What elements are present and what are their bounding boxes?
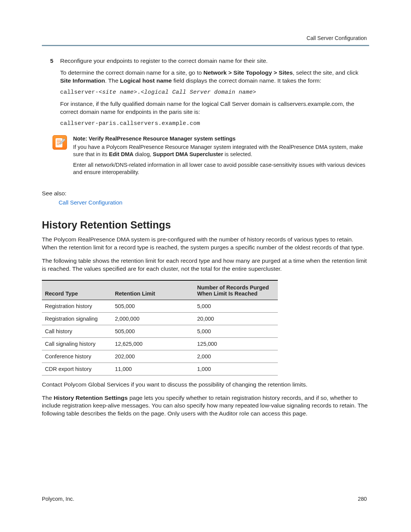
see-also-label: See also:: [42, 190, 67, 197]
table-row: Registration history 505,000 5,000: [42, 300, 278, 312]
logical-host-name-label: Logical host name: [120, 77, 172, 84]
code-placeholder: <logical Call Server domain name>: [141, 89, 256, 96]
cell: Conference history: [42, 350, 112, 363]
text: field displays the correct domain name. …: [172, 77, 321, 84]
history-retention-settings-label: History Retention Settings: [54, 395, 128, 401]
table-row: Call history 505,000 5,000: [42, 325, 278, 337]
code-text: callserver-: [60, 89, 99, 96]
note-heading: Note: Verify RealPresence Resource Manag…: [73, 135, 369, 143]
code-example: callserver-paris.callservers.example.com: [60, 120, 369, 128]
text: The: [42, 395, 54, 401]
page-header-title: Call Server Configuration: [306, 35, 367, 41]
text: To determine the correct domain name for…: [60, 69, 204, 76]
cell: 20,000: [194, 312, 278, 325]
cell: Registration history: [42, 300, 112, 312]
text: is selected.: [223, 151, 252, 157]
col-retention-limit: Retention Limit: [112, 280, 194, 300]
table-row: Call signaling history 12,625,000 125,00…: [42, 337, 278, 350]
header-rule: [42, 45, 369, 46]
call-server-configuration-link[interactable]: Call Server Configuration: [59, 199, 369, 206]
step-paragraph-1: To determine the correct domain name for…: [60, 69, 369, 85]
table-row: Registration signaling 2,000,000 20,000: [42, 312, 278, 325]
cell: CDR export history: [42, 363, 112, 375]
table-row: CDR export history 11,000 1,000: [42, 363, 278, 375]
after-table-paragraph-1: Contact Polycom Global Services if you w…: [42, 381, 369, 389]
retention-table: Record Type Retention Limit Number of Re…: [42, 280, 278, 375]
after-table-paragraph-2: The History Retention Settings page lets…: [42, 394, 369, 418]
note-icon: [53, 135, 67, 150]
support-dma-supercluster-label: Support DMA Supercluster: [153, 151, 223, 157]
edit-dma-label: Edit DMA: [109, 151, 133, 157]
text: . The: [105, 77, 120, 84]
col-record-type: Record Type: [42, 280, 112, 300]
footer-company: Polycom, Inc.: [42, 496, 74, 502]
section-paragraph-2: The following table shows the retention …: [42, 257, 369, 273]
cell: 202,000: [112, 350, 194, 363]
col-records-purged: Number of Records Purged When Limit Is R…: [194, 280, 278, 300]
text: , select the site, and click: [293, 69, 358, 76]
site-information-label: Site Information: [60, 77, 105, 84]
nav-path: Network > Site Topology > Sites: [204, 69, 293, 76]
cell: 12,625,000: [112, 337, 194, 350]
code-template: callserver-<site name>.<logical Call Ser…: [60, 89, 369, 96]
page-content: 5 Reconfigure your endpoints to register…: [42, 57, 369, 423]
note-paragraph-2: Enter all network/DNS-related informatio…: [73, 161, 369, 176]
step-paragraph-2: For instance, if the fully qualified dom…: [60, 100, 369, 116]
cell: 2,000,000: [112, 312, 194, 325]
code-text: .: [137, 89, 140, 96]
section-paragraph-1: The Polycom RealPresence DMA system is p…: [42, 236, 369, 252]
cell: 5,000: [194, 325, 278, 337]
section-title: History Retention Settings: [42, 219, 369, 231]
cell: 505,000: [112, 300, 194, 312]
table-header-row: Record Type Retention Limit Number of Re…: [42, 280, 278, 300]
cell: 1,000: [194, 363, 278, 375]
cell: Registration signaling: [42, 312, 112, 325]
footer-page-number: 280: [358, 496, 367, 502]
cell: 505,000: [112, 325, 194, 337]
step-line: Reconfigure your endpoints to register t…: [60, 57, 369, 65]
note-paragraph-1: If you have a Polycom RealPresence Resou…: [73, 144, 369, 158]
cell: 11,000: [112, 363, 194, 375]
cell: 5,000: [194, 300, 278, 312]
text: dialog,: [134, 151, 153, 157]
cell: 2,000: [194, 350, 278, 363]
cell: Call history: [42, 325, 112, 337]
table-row: Conference history 202,000 2,000: [42, 350, 278, 363]
step-number: 5: [42, 58, 53, 64]
code-placeholder: <site name>: [99, 89, 137, 96]
cell: Call signaling history: [42, 337, 112, 350]
cell: 125,000: [194, 337, 278, 350]
